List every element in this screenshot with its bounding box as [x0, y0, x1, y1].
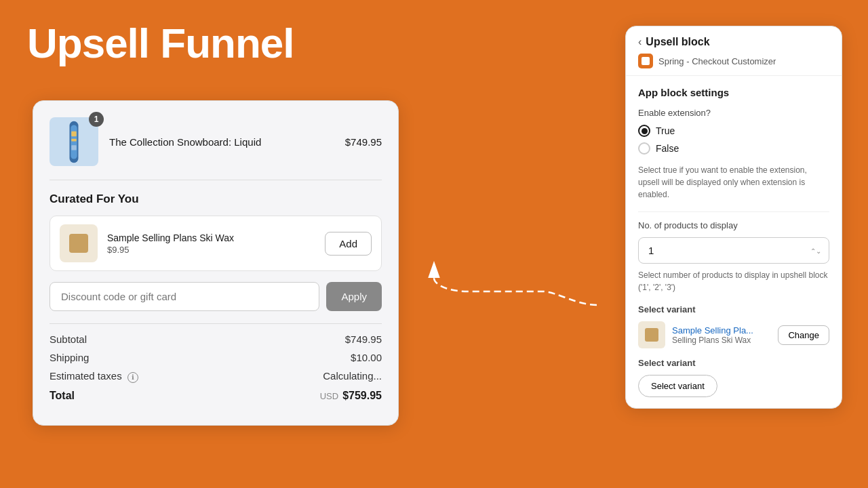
- radio-group: True False: [638, 125, 829, 155]
- product-image-wrap: 1: [50, 117, 98, 166]
- radio-circle-true: [638, 125, 650, 137]
- snowboard-icon: [57, 120, 91, 164]
- variant-name: Sample Selling Pla...: [672, 325, 771, 336]
- subtotal-row: Subtotal $749.95: [50, 333, 382, 345]
- radio-true-label: True: [656, 125, 675, 136]
- settings-panel: ‹ Upsell block Spring - Checkout Customi…: [625, 26, 842, 409]
- svg-rect-1: [71, 125, 77, 159]
- discount-row: Apply: [50, 282, 382, 311]
- products-count-select[interactable]: 1 2 3: [638, 237, 829, 264]
- taxes-row: Estimated taxes ℹ Calculating...: [50, 370, 382, 383]
- app-icon-inner: [642, 57, 650, 65]
- total-value: $759.95: [342, 390, 382, 402]
- svg-rect-4: [71, 145, 76, 150]
- subtotal-label: Subtotal: [50, 333, 87, 345]
- total-currency: USD: [320, 391, 338, 401]
- settings-section-title: App block settings: [638, 87, 829, 98]
- variant-image-box: [638, 321, 665, 348]
- variant-row: Sample Selling Pla... Selling Plans Ski …: [638, 321, 829, 348]
- radio-dot-true: [642, 128, 648, 134]
- product-price: $749.95: [345, 136, 382, 148]
- wax-icon: [69, 234, 88, 253]
- select-variant-title-2: Select variant: [638, 358, 829, 368]
- summary-section: Subtotal $749.95 Shipping $10.00 Estimat…: [50, 323, 382, 402]
- product-badge: 1: [89, 112, 104, 127]
- apply-button[interactable]: Apply: [326, 282, 382, 311]
- panel-subtitle: Spring - Checkout Customizer: [658, 56, 776, 66]
- curated-title: Curated For You: [50, 192, 382, 206]
- variant-wax-icon: [645, 328, 658, 342]
- products-count-label: No. of products to display: [638, 220, 829, 230]
- upsell-product-image: [60, 224, 98, 262]
- enable-helper-text: Select true if you want to enable the ex…: [638, 164, 829, 201]
- subtotal-value: $749.95: [345, 333, 382, 345]
- panel-body: App block settings Enable extension? Tru…: [626, 76, 842, 408]
- product-name: The Collection Snowboard: Liquid: [109, 136, 261, 148]
- total-label: Total: [50, 390, 75, 402]
- upsell-price: $9.95: [107, 245, 315, 255]
- taxes-label: Estimated taxes ℹ: [50, 370, 138, 383]
- upsell-name: Sample Selling Plans Ski Wax: [107, 232, 315, 243]
- select-variant-button[interactable]: Select variant: [638, 375, 717, 397]
- panel-subtitle-row: Spring - Checkout Customizer: [638, 54, 829, 68]
- upsell-item: Sample Selling Plans Ski Wax $9.95 Add: [50, 216, 382, 271]
- variant-info: Sample Selling Pla... Selling Plans Ski …: [672, 325, 771, 345]
- radio-false[interactable]: False: [638, 142, 829, 155]
- shipping-row: Shipping $10.00: [50, 352, 382, 363]
- upsell-info: Sample Selling Plans Ski Wax $9.95: [107, 232, 315, 255]
- page-title: Upsell Funnel: [27, 19, 294, 67]
- radio-true[interactable]: True: [638, 125, 829, 137]
- svg-rect-3: [71, 138, 76, 141]
- total-row: Total USD $759.95: [50, 390, 382, 402]
- change-button[interactable]: Change: [778, 325, 829, 345]
- app-icon: [638, 54, 653, 68]
- radio-false-label: False: [656, 143, 679, 154]
- panel-title: Upsell block: [646, 36, 709, 48]
- add-button[interactable]: Add: [325, 232, 372, 256]
- panel-header: ‹ Upsell block Spring - Checkout Customi…: [626, 26, 842, 76]
- discount-input[interactable]: [50, 282, 319, 311]
- back-chevron-icon[interactable]: ‹: [638, 36, 642, 48]
- curated-section: Curated For You Sample Selling Plans Ski…: [50, 180, 382, 402]
- shipping-value: $10.00: [351, 352, 382, 363]
- select-variant-title-1: Select variant: [638, 304, 829, 314]
- checkout-card: 1 The Collection Snowboard: Liquid $749.…: [33, 100, 399, 426]
- variant-sub: Selling Plans Ski Wax: [672, 336, 771, 345]
- radio-circle-false: [638, 142, 650, 155]
- products-count-helper: Select number of products to display in …: [638, 269, 829, 293]
- panel-back-row[interactable]: ‹ Upsell block: [638, 36, 829, 48]
- enable-extension-label: Enable extension?: [638, 108, 829, 118]
- info-icon[interactable]: ℹ: [127, 372, 138, 383]
- divider-1: [638, 211, 829, 212]
- products-count-select-wrapper: 1 2 3: [638, 237, 829, 264]
- shipping-label: Shipping: [50, 352, 89, 363]
- product-row: 1 The Collection Snowboard: Liquid $749.…: [50, 117, 382, 180]
- total-right: USD $759.95: [320, 390, 382, 402]
- svg-rect-2: [71, 131, 76, 136]
- taxes-value: Calculating...: [323, 370, 382, 383]
